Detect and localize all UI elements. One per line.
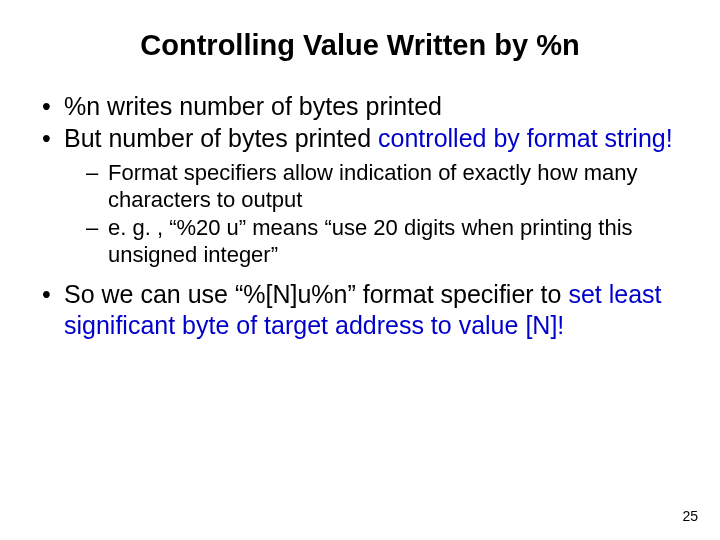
sub-bullet-2: e. g. , “%20 u” means “use 20 digits whe… [86,215,682,269]
sub-bullet-list: Format specifiers allow indication of ex… [86,160,682,269]
page-number: 25 [682,508,698,524]
bullet-2-text-blue: controlled by format string! [378,124,673,152]
bullet-3-text-a: So we can use “%[N]u%n” format specifier… [64,280,568,308]
bullet-2-text-a: But number of bytes printed [64,124,378,152]
sub-bullet-1-text: Format specifiers allow indication of ex… [108,160,637,212]
bullet-2: But number of bytes printed controlled b… [38,123,682,269]
bullet-1: %n writes number of bytes printed [38,91,682,122]
slide: Controlling Value Written by %n %n write… [0,0,720,540]
bullet-3: So we can use “%[N]u%n” format specifier… [38,279,682,340]
bullet-1-text: %n writes number of bytes printed [64,92,442,120]
slide-title: Controlling Value Written by %n [38,28,682,63]
sub-bullet-1: Format specifiers allow indication of ex… [86,160,682,214]
sub-bullet-2-text: e. g. , “%20 u” means “use 20 digits whe… [108,215,633,267]
bullet-list: %n writes number of bytes printed But nu… [38,91,682,340]
